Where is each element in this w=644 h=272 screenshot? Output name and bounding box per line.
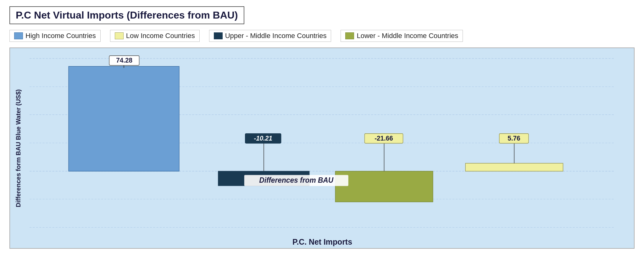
bar-lower-middle: [335, 171, 433, 202]
legend-swatch-lower-middle: [345, 32, 354, 39]
svg-text:5.76: 5.76: [508, 134, 520, 142]
legend-item-high-income: High Income Countries: [9, 30, 101, 42]
bar-high-income: [69, 66, 179, 171]
legend-label-low-income: Low Income Countries: [126, 32, 195, 40]
chart-area: 80.00 60.00 40.00 20.00 0.00 -20.00 -40.…: [9, 47, 635, 249]
legend-swatch-high-income: [14, 32, 23, 39]
svg-text:-21.66: -21.66: [375, 134, 393, 142]
svg-text:74.28: 74.28: [116, 57, 132, 64]
svg-text:-10.21: -10.21: [254, 134, 272, 142]
main-container: P.C Net Virtual Imports (Differences fro…: [0, 0, 644, 272]
chart-title-box: P.C Net Virtual Imports (Differences fro…: [9, 6, 244, 24]
legend-item-lower-middle: Lower - Middle Income Countries: [341, 30, 463, 42]
legend-label-upper-middle: Upper - Middle Income Countries: [225, 32, 327, 40]
legend: High Income Countries Low Income Countri…: [9, 30, 635, 42]
chart-svg: 80.00 60.00 40.00 20.00 0.00 -20.00 -40.…: [30, 48, 615, 248]
legend-item-upper-middle: Upper - Middle Income Countries: [209, 30, 331, 42]
legend-label-lower-middle: Lower - Middle Income Countries: [357, 32, 458, 40]
chart-title: P.C Net Virtual Imports (Differences fro…: [16, 9, 238, 21]
legend-label-high-income: High Income Countries: [25, 32, 96, 40]
y-axis-text: Differences form BAU Blue Water (US$): [14, 89, 22, 207]
title-normal: (Differences from BAU): [127, 9, 238, 21]
bar-low-income: [465, 163, 563, 171]
y-axis-label-container: Differences form BAU Blue Water (US$): [10, 48, 26, 248]
title-bold: P.C Net Virtual Imports: [16, 9, 124, 21]
chart-inner: 80.00 60.00 40.00 20.00 0.00 -20.00 -40.…: [26, 48, 634, 248]
legend-item-low-income: Low Income Countries: [110, 30, 200, 42]
legend-swatch-upper-middle: [214, 32, 223, 39]
svg-text:Differences from BAU: Differences from BAU: [259, 176, 334, 184]
svg-text:P.C. Net Imports: P.C. Net Imports: [292, 237, 352, 246]
legend-swatch-low-income: [115, 32, 124, 39]
